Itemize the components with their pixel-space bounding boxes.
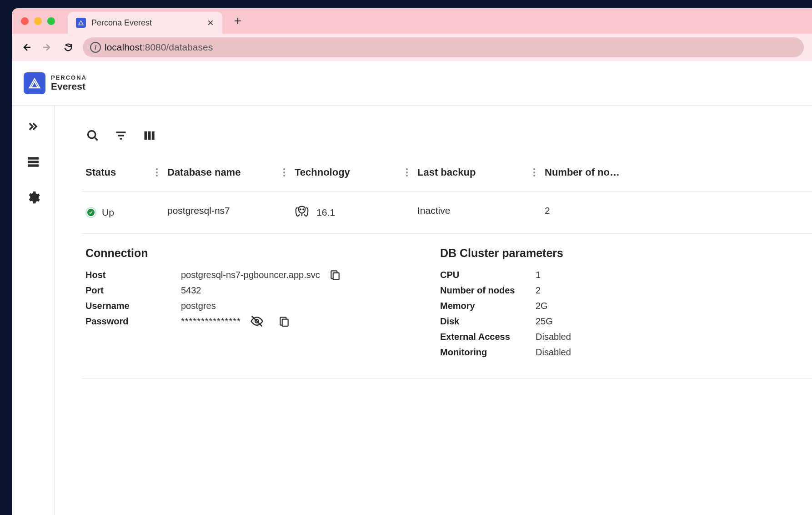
svg-point-13	[406, 168, 408, 170]
table-header-row: Status Database name Technology	[82, 157, 812, 192]
sidebar-item-settings[interactable]	[25, 189, 41, 206]
ext-label: External Access	[440, 329, 536, 344]
browser-tab[interactable]: Percona Everest	[68, 12, 222, 34]
cluster-params-section: DB Cluster parameters CPU 1 Number of no…	[440, 247, 571, 360]
nodes-label: Number of nodes	[440, 283, 536, 298]
col-menu-name[interactable]	[283, 168, 286, 177]
cpu-label: CPU	[440, 267, 536, 283]
user-value: postgres	[181, 298, 216, 313]
window-controls	[21, 17, 55, 25]
app-frame: PERCONA Everest	[12, 61, 812, 515]
host-label: Host	[85, 267, 181, 283]
cpu-value: 1	[536, 267, 541, 283]
window-minimize-button[interactable]	[34, 17, 42, 25]
window-close-button[interactable]	[21, 17, 29, 25]
app-topbar: PERCONA Everest	[12, 61, 812, 106]
password-label: Password	[85, 313, 181, 329]
status-label: Up	[102, 207, 114, 218]
svg-point-15	[406, 175, 408, 177]
url-path: :8080/databases	[142, 42, 213, 52]
sidebar-item-databases[interactable]	[25, 154, 41, 170]
svg-point-8	[156, 172, 158, 173]
col-header-tech[interactable]: Technology	[295, 167, 350, 178]
svg-rect-2	[28, 164, 39, 167]
col-header-nodes[interactable]: Number of no…	[545, 167, 620, 178]
svg-rect-23	[282, 319, 288, 326]
port-value: 5432	[181, 283, 201, 298]
nodes-value: 2	[536, 283, 541, 298]
status-up-icon	[85, 207, 96, 218]
mon-label: Monitoring	[440, 344, 536, 360]
tab-title: Percona Everest	[91, 18, 201, 28]
svg-rect-6	[152, 131, 155, 140]
reveal-password-button[interactable]	[250, 314, 264, 328]
cell-backup: Inactive	[417, 205, 545, 220]
sidebar-expand-button[interactable]	[25, 118, 41, 135]
user-label: Username	[85, 298, 181, 313]
mon-value: Disabled	[536, 344, 571, 360]
search-button[interactable]	[85, 128, 100, 143]
svg-rect-4	[145, 131, 147, 140]
col-header-status[interactable]: Status	[85, 167, 116, 178]
table-toolbar	[82, 128, 812, 143]
columns-button[interactable]	[142, 128, 156, 143]
nav-reload-button[interactable]	[62, 41, 75, 54]
table-row[interactable]: Up postgresql-ns7 16.1	[82, 192, 812, 234]
tab-close-button[interactable]	[207, 19, 214, 26]
new-tab-button[interactable]	[233, 16, 242, 25]
nav-back-button[interactable]	[20, 41, 33, 54]
svg-point-10	[283, 168, 285, 170]
sidebar	[12, 106, 55, 515]
col-menu-status[interactable]	[155, 168, 158, 177]
site-info-icon[interactable]: i	[90, 42, 101, 53]
app-body: Status Database name Technology	[12, 106, 812, 515]
svg-point-7	[156, 168, 158, 170]
filter-button[interactable]	[114, 128, 128, 143]
brand-logo-icon	[24, 72, 45, 94]
disk-value: 25G	[536, 313, 553, 329]
url-host: localhost	[105, 42, 142, 52]
tech-version: 16.1	[316, 207, 335, 218]
tab-favicon-icon	[76, 18, 86, 28]
col-header-backup[interactable]: Last backup	[417, 167, 476, 178]
connection-title: Connection	[85, 247, 404, 260]
svg-point-12	[283, 175, 285, 177]
host-value: postgresql-ns7-pgbouncer.app.svc	[181, 267, 320, 283]
svg-point-18	[533, 175, 535, 177]
cluster-title: DB Cluster parameters	[440, 247, 571, 260]
brand-line1: PERCONA	[51, 75, 87, 81]
brand-logo[interactable]: PERCONA Everest	[24, 72, 87, 94]
port-label: Port	[85, 283, 181, 298]
connection-section: Connection Host postgresql-ns7-pgbouncer…	[85, 247, 404, 360]
svg-rect-5	[148, 131, 151, 140]
browser-toolbar: i localhost:8080/databases	[12, 34, 812, 61]
svg-point-11	[283, 172, 285, 173]
svg-point-9	[156, 175, 158, 177]
main-content: Status Database name Technology	[55, 106, 812, 515]
postgresql-icon	[295, 205, 309, 220]
svg-rect-0	[28, 157, 39, 159]
svg-point-20	[303, 209, 304, 210]
cell-nodes: 2	[545, 205, 636, 220]
disk-label: Disk	[440, 313, 536, 329]
col-menu-tech[interactable]	[406, 168, 408, 177]
col-menu-backup[interactable]	[533, 168, 536, 177]
address-bar[interactable]: i localhost:8080/databases	[83, 37, 804, 57]
mem-label: Memory	[440, 298, 536, 313]
password-value: ***************	[181, 313, 241, 329]
brand-line2: Everest	[51, 81, 87, 91]
browser-tab-strip: Percona Everest	[12, 8, 812, 34]
col-header-name[interactable]: Database name	[167, 167, 241, 178]
brand-text: PERCONA Everest	[51, 75, 87, 91]
cell-tech: 16.1	[295, 205, 417, 220]
ext-value: Disabled	[536, 329, 571, 344]
cell-dbname: postgresql-ns7	[167, 205, 295, 220]
copy-host-button[interactable]	[329, 269, 341, 281]
svg-point-14	[406, 172, 408, 173]
copy-password-button[interactable]	[278, 315, 290, 327]
mem-value: 2G	[536, 298, 548, 313]
svg-point-17	[533, 172, 535, 173]
window-maximize-button[interactable]	[47, 17, 55, 25]
svg-rect-21	[333, 273, 339, 280]
nav-forward-button[interactable]	[41, 41, 54, 54]
